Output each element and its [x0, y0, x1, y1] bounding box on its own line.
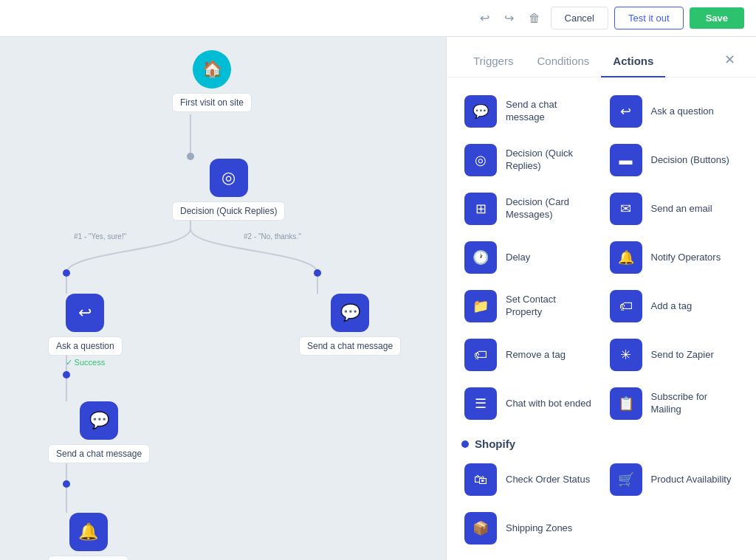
decision-quick-icon: ◎	[464, 144, 497, 176]
send-chat1-label: Send a chat message	[48, 444, 150, 463]
decision-node[interactable]: ◎ Decision (Quick Replies)	[172, 159, 285, 221]
action-send-email[interactable]: ✉ Send an email	[607, 190, 742, 228]
product-availability-label: Product Availability	[651, 474, 732, 486]
undo-button[interactable]: ↩	[475, 8, 494, 28]
send-zapier-label: Send to Zapier	[651, 349, 714, 362]
shopify-dot	[461, 440, 469, 448]
notify-label: Notify Operators	[48, 556, 128, 560]
success-label: ✓ Success	[66, 358, 106, 367]
send-chat-icon: 💬	[464, 95, 497, 128]
action-set-contact[interactable]: 📁 Set Contact Property	[461, 287, 597, 325]
send-chat1-icon: 💬	[80, 401, 118, 440]
decision-icon: ◎	[210, 159, 248, 197]
notify-icon: 🔔	[69, 513, 108, 551]
panel-close-button[interactable]: ✕	[718, 49, 741, 71]
add-tag-label: Add a tag	[651, 300, 693, 313]
remove-tag-icon: 🏷	[464, 339, 497, 371]
svg-point-11	[63, 480, 70, 488]
action-decision-quick[interactable]: ◎ Decision (Quick Replies)	[461, 141, 597, 179]
test-button[interactable]: Test it out	[614, 7, 684, 30]
redo-button[interactable]: ↪	[500, 8, 518, 28]
send-chat2-node[interactable]: 💬 Send a chat message	[299, 294, 401, 356]
send-email-icon: ✉	[610, 193, 642, 225]
decision-label: Decision (Quick Replies)	[172, 201, 285, 221]
product-availability-icon: 🛒	[610, 463, 642, 496]
notify-node[interactable]: 🔔 Notify Operators	[48, 513, 128, 560]
decision-buttons-icon: ▬	[610, 144, 642, 176]
action-decision-card[interactable]: ⊞ Decision (Card Messages)	[461, 190, 597, 228]
delete-button[interactable]: 🗑	[524, 9, 545, 28]
remove-tag-label: Remove a tag	[506, 349, 566, 362]
trigger-label: First visit on site	[172, 93, 252, 112]
delay-label: Delay	[506, 252, 530, 264]
set-contact-label: Set Contact Property	[506, 294, 594, 319]
send-zapier-icon: ✳	[610, 339, 642, 371]
cancel-button[interactable]: Cancel	[551, 7, 608, 30]
action-chat-ended[interactable]: ☰ Chat with bot ended	[461, 384, 597, 423]
right-panel: Triggers Conditions Actions ✕ 💬 Send a c…	[446, 37, 756, 560]
notify-action-icon: 🔔	[610, 241, 642, 274]
decision-card-icon: ⊞	[464, 193, 497, 225]
ask-question-node[interactable]: ↩ Ask a question ✓ Success	[48, 294, 123, 367]
trigger-icon: 🏠	[193, 50, 231, 89]
action-ask-question[interactable]: ↩ Ask a question	[607, 92, 742, 131]
send-chat1-node[interactable]: 💬 Send a chat message	[48, 401, 150, 463]
action-add-tag[interactable]: 🏷 Add a tag	[607, 287, 742, 325]
panel-content: 💬 Send a chat message ↩ Ask a question ◎…	[447, 77, 756, 560]
tab-conditions[interactable]: Conditions	[525, 49, 601, 77]
decision-quick-label: Decision (Quick Replies)	[506, 148, 594, 173]
shopify-section-header: Shopify	[461, 438, 741, 450]
action-subscribe[interactable]: 📋 Subscribe for Mailing	[607, 384, 742, 423]
branch2-label: #2 - "No, thanks."	[244, 232, 301, 241]
actions-grid: 💬 Send a chat message ↩ Ask a question ◎…	[461, 92, 741, 423]
trigger-node[interactable]: 🏠 First visit on site	[172, 50, 252, 112]
main-area: 🏠 First visit on site ◎ Decision (Quick …	[0, 37, 756, 560]
action-decision-buttons[interactable]: ▬ Decision (Buttons)	[607, 141, 742, 179]
svg-point-3	[63, 269, 70, 277]
action-shipping-zones[interactable]: 📦 Shipping Zones	[461, 509, 597, 547]
action-send-chat[interactable]: 💬 Send a chat message	[461, 92, 597, 131]
subscribe-label: Subscribe for Mailing	[651, 391, 739, 416]
action-product-availability[interactable]: 🛒 Product Availability	[607, 460, 742, 499]
tab-actions[interactable]: Actions	[601, 49, 665, 77]
toolbar: ↩ ↪ 🗑 Cancel Test it out Save	[0, 0, 756, 37]
svg-point-8	[63, 371, 70, 378]
shopify-label: Shopify	[475, 438, 515, 450]
canvas[interactable]: 🏠 First visit on site ◎ Decision (Quick …	[0, 37, 446, 560]
toolbar-icons: ↩ ↪ 🗑	[475, 8, 545, 28]
action-delay[interactable]: 🕐 Delay	[461, 238, 597, 277]
action-send-zapier[interactable]: ✳ Send to Zapier	[607, 336, 742, 374]
svg-point-4	[314, 269, 321, 277]
ask-question-action-icon: ↩	[610, 95, 642, 128]
add-tag-icon: 🏷	[610, 290, 642, 322]
send-chat2-icon: 💬	[331, 294, 369, 332]
ask-question-action-label: Ask a question	[651, 106, 714, 118]
action-remove-tag[interactable]: 🏷 Remove a tag	[461, 336, 597, 374]
check-order-label: Check Order Status	[506, 474, 590, 486]
tab-triggers[interactable]: Triggers	[461, 49, 525, 77]
shipping-zones-label: Shipping Zones	[506, 522, 572, 535]
notify-action-label: Notify Operators	[651, 252, 721, 264]
check-order-icon: 🛍	[464, 463, 497, 496]
decision-card-label: Decision (Card Messages)	[506, 196, 594, 221]
send-email-label: Send an email	[651, 203, 712, 215]
delay-icon: 🕐	[464, 241, 497, 274]
shopify-grid: 🛍 Check Order Status 🛒 Product Availabil…	[461, 460, 741, 547]
shipping-zones-icon: 📦	[464, 512, 497, 545]
ask-question-icon: ↩	[66, 294, 104, 332]
chat-ended-label: Chat with bot ended	[506, 398, 591, 410]
decision-buttons-label: Decision (Buttons)	[651, 154, 729, 167]
ask-question-label: Ask a question	[48, 336, 123, 356]
branch1-label: #1 - "Yes, sure!"	[74, 232, 126, 241]
action-check-order[interactable]: 🛍 Check Order Status	[461, 460, 597, 499]
send-chat2-label: Send a chat message	[299, 336, 401, 356]
chat-ended-icon: ☰	[464, 387, 497, 420]
send-chat-label: Send a chat message	[506, 99, 594, 124]
action-notify[interactable]: 🔔 Notify Operators	[607, 238, 742, 277]
set-contact-icon: 📁	[464, 290, 497, 322]
subscribe-icon: 📋	[610, 387, 642, 420]
panel-header: Triggers Conditions Actions ✕	[447, 37, 756, 77]
save-button[interactable]: Save	[690, 7, 744, 29]
